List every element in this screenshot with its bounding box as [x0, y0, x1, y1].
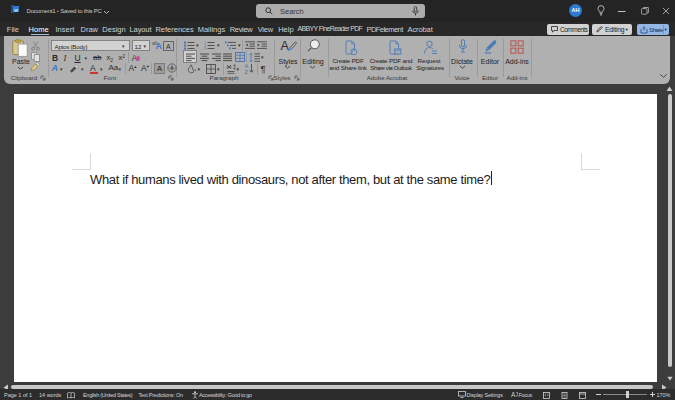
svg-text:w: w	[13, 7, 18, 13]
svg-text:A: A	[511, 391, 516, 398]
svg-text:3: 3	[204, 47, 206, 50]
